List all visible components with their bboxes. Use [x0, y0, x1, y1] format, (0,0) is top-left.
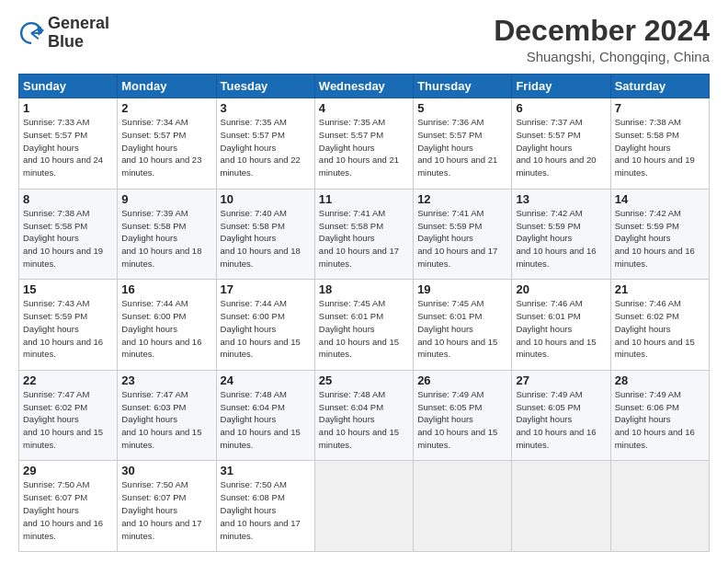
day-number: 6 [516, 101, 606, 115]
day-number: 20 [516, 282, 606, 296]
cell-content: Sunrise: 7:35 AMSunset: 5:57 PMDaylight … [221, 116, 311, 179]
logo-icon [18, 20, 44, 46]
calendar-week-5: 29 Sunrise: 7:50 AMSunset: 6:07 PMDaylig… [19, 461, 710, 552]
calendar-cell [414, 461, 512, 552]
calendar-cell: 22 Sunrise: 7:47 AMSunset: 6:02 PMDaylig… [19, 370, 118, 461]
header: General Blue December 2024 Shuangshi, Ch… [18, 15, 710, 64]
cell-content: Sunrise: 7:49 AMSunset: 6:05 PMDaylight … [516, 388, 606, 452]
calendar-cell: 29 Sunrise: 7:50 AMSunset: 6:07 PMDaylig… [19, 461, 118, 552]
day-header-sunday: Sunday [19, 75, 118, 98]
calendar-cell: 20 Sunrise: 7:46 AMSunset: 6:01 PMDaylig… [512, 280, 610, 371]
calendar-cell: 10 Sunrise: 7:40 AMSunset: 5:58 PMDaylig… [216, 189, 314, 280]
calendar-cell: 15 Sunrise: 7:43 AMSunset: 5:59 PMDaylig… [19, 280, 118, 371]
calendar-week-1: 1 Sunrise: 7:33 AMSunset: 5:57 PMDayligh… [19, 98, 710, 190]
calendar-cell: 28 Sunrise: 7:49 AMSunset: 6:06 PMDaylig… [610, 370, 709, 461]
calendar-cell: 27 Sunrise: 7:49 AMSunset: 6:05 PMDaylig… [512, 370, 610, 461]
cell-content: Sunrise: 7:50 AMSunset: 6:08 PMDaylight … [221, 478, 311, 542]
calendar-cell: 5 Sunrise: 7:36 AMSunset: 5:57 PMDayligh… [414, 98, 512, 190]
cell-content: Sunrise: 7:35 AMSunset: 5:57 PMDaylight … [319, 116, 409, 179]
calendar-cell [512, 461, 610, 552]
cell-content: Sunrise: 7:48 AMSunset: 6:04 PMDaylight … [221, 388, 311, 452]
cell-content: Sunrise: 7:41 AMSunset: 5:58 PMDaylight … [319, 207, 409, 270]
calendar-cell: 3 Sunrise: 7:35 AMSunset: 5:57 PMDayligh… [216, 98, 314, 190]
day-header-saturday: Saturday [610, 75, 709, 98]
logo: General Blue [18, 15, 109, 52]
calendar-week-3: 15 Sunrise: 7:43 AMSunset: 5:59 PMDaylig… [19, 280, 710, 371]
day-number: 4 [319, 101, 409, 115]
cell-content: Sunrise: 7:37 AMSunset: 5:57 PMDaylight … [516, 116, 606, 179]
calendar-cell: 19 Sunrise: 7:45 AMSunset: 6:01 PMDaylig… [414, 280, 512, 371]
calendar-cell: 18 Sunrise: 7:45 AMSunset: 6:01 PMDaylig… [314, 280, 413, 371]
day-number: 27 [516, 373, 606, 387]
cell-content: Sunrise: 7:42 AMSunset: 5:59 PMDaylight … [516, 207, 606, 270]
day-number: 13 [516, 192, 606, 206]
day-number: 11 [319, 192, 409, 206]
day-number: 17 [221, 282, 311, 296]
calendar-cell: 8 Sunrise: 7:38 AMSunset: 5:58 PMDayligh… [19, 189, 118, 280]
cell-content: Sunrise: 7:36 AMSunset: 5:57 PMDaylight … [417, 116, 507, 179]
calendar-week-2: 8 Sunrise: 7:38 AMSunset: 5:58 PMDayligh… [19, 189, 710, 280]
day-header-thursday: Thursday [414, 75, 512, 98]
title-block: December 2024 Shuangshi, Chongqing, Chin… [494, 15, 710, 64]
cell-content: Sunrise: 7:50 AMSunset: 6:07 PMDaylight … [121, 478, 211, 542]
day-number: 12 [417, 192, 507, 206]
calendar-cell: 14 Sunrise: 7:42 AMSunset: 5:59 PMDaylig… [610, 189, 709, 280]
calendar-cell: 16 Sunrise: 7:44 AMSunset: 6:00 PMDaylig… [118, 280, 216, 371]
cell-content: Sunrise: 7:50 AMSunset: 6:07 PMDaylight … [23, 478, 113, 542]
subtitle: Shuangshi, Chongqing, China [494, 49, 710, 64]
cell-content: Sunrise: 7:49 AMSunset: 6:05 PMDaylight … [417, 388, 507, 452]
day-number: 14 [615, 192, 705, 206]
calendar-cell [610, 461, 709, 552]
cell-content: Sunrise: 7:38 AMSunset: 5:58 PMDaylight … [23, 207, 113, 270]
calendar-cell: 13 Sunrise: 7:42 AMSunset: 5:59 PMDaylig… [512, 189, 610, 280]
cell-content: Sunrise: 7:44 AMSunset: 6:00 PMDaylight … [121, 297, 211, 361]
day-number: 2 [121, 101, 211, 115]
day-number: 24 [221, 373, 311, 387]
day-number: 31 [221, 464, 311, 477]
main-title: December 2024 [494, 15, 710, 47]
day-header-tuesday: Tuesday [216, 75, 314, 98]
logo-line2: Blue [48, 33, 109, 52]
cell-content: Sunrise: 7:46 AMSunset: 6:02 PMDaylight … [615, 297, 705, 361]
day-number: 15 [23, 282, 113, 296]
calendar-cell: 2 Sunrise: 7:34 AMSunset: 5:57 PMDayligh… [118, 98, 216, 190]
calendar-cell: 25 Sunrise: 7:48 AMSunset: 6:04 PMDaylig… [314, 370, 413, 461]
day-header-friday: Friday [512, 75, 610, 98]
calendar-cell: 4 Sunrise: 7:35 AMSunset: 5:57 PMDayligh… [314, 98, 413, 190]
cell-content: Sunrise: 7:41 AMSunset: 5:59 PMDaylight … [417, 207, 507, 270]
calendar-cell: 26 Sunrise: 7:49 AMSunset: 6:05 PMDaylig… [414, 370, 512, 461]
day-number: 19 [417, 282, 507, 296]
calendar-cell: 24 Sunrise: 7:48 AMSunset: 6:04 PMDaylig… [216, 370, 314, 461]
day-number: 29 [23, 464, 113, 477]
day-number: 30 [121, 464, 211, 477]
cell-content: Sunrise: 7:42 AMSunset: 5:59 PMDaylight … [615, 207, 705, 270]
calendar-cell: 1 Sunrise: 7:33 AMSunset: 5:57 PMDayligh… [19, 98, 118, 190]
calendar-cell: 17 Sunrise: 7:44 AMSunset: 6:00 PMDaylig… [216, 280, 314, 371]
day-number: 3 [221, 101, 311, 115]
cell-content: Sunrise: 7:48 AMSunset: 6:04 PMDaylight … [319, 388, 409, 452]
cell-content: Sunrise: 7:46 AMSunset: 6:01 PMDaylight … [516, 297, 606, 361]
day-number: 7 [615, 101, 705, 115]
day-header-monday: Monday [118, 75, 216, 98]
cell-content: Sunrise: 7:44 AMSunset: 6:00 PMDaylight … [221, 297, 311, 361]
day-number: 26 [417, 373, 507, 387]
calendar-cell: 31 Sunrise: 7:50 AMSunset: 6:08 PMDaylig… [216, 461, 314, 552]
calendar-cell: 6 Sunrise: 7:37 AMSunset: 5:57 PMDayligh… [512, 98, 610, 190]
cell-content: Sunrise: 7:40 AMSunset: 5:58 PMDaylight … [221, 207, 311, 270]
logo-line1: General [48, 15, 109, 33]
day-number: 21 [615, 282, 705, 296]
calendar-table: SundayMondayTuesdayWednesdayThursdayFrid… [18, 74, 710, 552]
cell-content: Sunrise: 7:45 AMSunset: 6:01 PMDaylight … [417, 297, 507, 361]
calendar-cell: 11 Sunrise: 7:41 AMSunset: 5:58 PMDaylig… [314, 189, 413, 280]
day-number: 10 [221, 192, 311, 206]
cell-content: Sunrise: 7:45 AMSunset: 6:01 PMDaylight … [319, 297, 409, 361]
cell-content: Sunrise: 7:38 AMSunset: 5:58 PMDaylight … [615, 116, 705, 179]
day-number: 8 [23, 192, 113, 206]
calendar-cell: 30 Sunrise: 7:50 AMSunset: 6:07 PMDaylig… [118, 461, 216, 552]
day-number: 1 [23, 101, 113, 115]
day-number: 18 [319, 282, 409, 296]
day-number: 25 [319, 373, 409, 387]
calendar-cell: 7 Sunrise: 7:38 AMSunset: 5:58 PMDayligh… [610, 98, 709, 190]
day-number: 9 [121, 192, 211, 206]
day-number: 23 [121, 373, 211, 387]
